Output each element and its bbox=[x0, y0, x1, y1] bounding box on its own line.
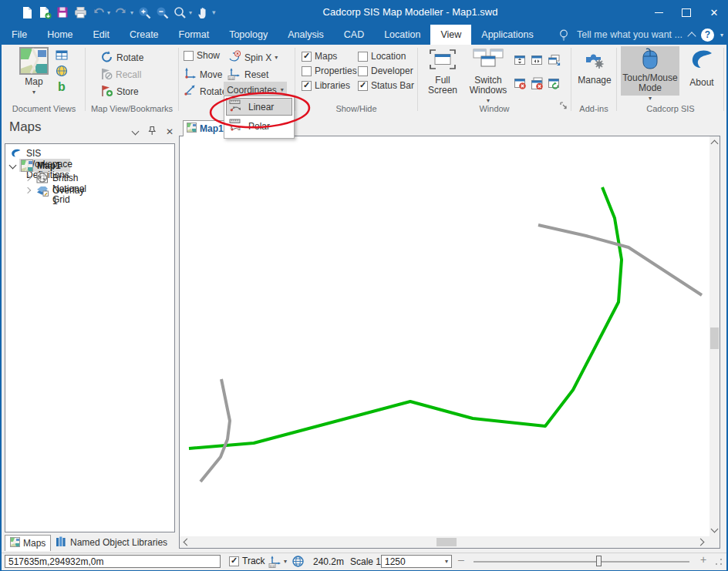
refresh-window-icon[interactable] bbox=[548, 77, 561, 92]
manage-addins-button[interactable]: Manage bbox=[578, 49, 612, 86]
zoom-in-icon[interactable] bbox=[137, 5, 151, 19]
map-document bbox=[179, 136, 720, 549]
checkbox-maps[interactable]: Maps bbox=[302, 51, 337, 62]
horizontal-scrollbar[interactable] bbox=[180, 536, 709, 548]
svg-text:0.0: 0.0 bbox=[270, 564, 275, 568]
checkbox-location[interactable]: Location bbox=[358, 51, 406, 62]
tab-analysis[interactable]: Analysis bbox=[278, 25, 334, 45]
store-button[interactable]: Store bbox=[100, 84, 139, 99]
recall-button[interactable]: Recall bbox=[100, 67, 141, 82]
map-icon bbox=[19, 47, 49, 77]
map-document-tab[interactable]: Map1 bbox=[183, 120, 226, 136]
checkbox-status-bar[interactable]: Status Bar bbox=[358, 80, 414, 91]
vertical-scrollbar[interactable] bbox=[709, 136, 720, 536]
checkbox-libraries[interactable]: Libraries bbox=[302, 80, 350, 91]
world-view-icon[interactable] bbox=[56, 65, 68, 79]
tab-location[interactable]: Location bbox=[374, 25, 430, 45]
help-icon[interactable]: ? bbox=[701, 29, 714, 42]
qat-overflow-icon[interactable]: ▾ bbox=[212, 8, 216, 16]
panel-menu-icon[interactable] bbox=[132, 127, 140, 135]
panel-close-icon[interactable]: ✕ bbox=[166, 126, 174, 137]
group-show-hide: Maps Properties Libraries Location Devel… bbox=[295, 45, 417, 115]
new-document-icon[interactable] bbox=[20, 5, 34, 19]
tab-create[interactable]: Create bbox=[120, 25, 169, 45]
full-screen-button[interactable]: Full Screen bbox=[423, 48, 463, 96]
expander-closed-icon[interactable] bbox=[25, 187, 31, 193]
tell-me-box[interactable]: Tell me what you want ... bbox=[577, 29, 682, 40]
group-map-view-bookmarks: Rotate Recall Store Map View/Bookmarks bbox=[86, 45, 177, 115]
maximize-button[interactable] bbox=[672, 0, 700, 25]
minimize-button[interactable] bbox=[645, 0, 672, 25]
track-axes-icon[interactable]: 0.0 bbox=[268, 555, 282, 570]
close-button[interactable]: ✕ bbox=[700, 0, 728, 25]
projection-globe-icon[interactable] bbox=[292, 555, 305, 570]
zoom-slider-track[interactable] bbox=[474, 561, 689, 563]
show-checkbox[interactable]: Show bbox=[184, 50, 220, 61]
zoom-search-icon[interactable] bbox=[173, 5, 187, 19]
print-icon[interactable] bbox=[73, 5, 87, 19]
group-window: Full Screen Switch Windows ▾ Window bbox=[418, 45, 571, 115]
tab-view[interactable]: View bbox=[430, 25, 471, 45]
switch-windows-button[interactable]: Switch Windows ▾ bbox=[464, 48, 512, 106]
tab-edit[interactable]: Edit bbox=[83, 25, 120, 45]
pin-icon[interactable] bbox=[147, 125, 157, 139]
help-dropdown-arrow-icon[interactable]: ▾ bbox=[720, 32, 723, 39]
menu-item-linear[interactable]: x Linear bbox=[226, 98, 292, 116]
scroll-up-icon[interactable] bbox=[711, 140, 719, 148]
recall-flag-icon bbox=[100, 67, 113, 82]
redo-dropdown-arrow-icon[interactable]: ▾ bbox=[130, 9, 133, 16]
zoom-slider-handle[interactable] bbox=[596, 556, 602, 566]
move-button[interactable]: Move bbox=[184, 67, 222, 82]
scale-combobox[interactable]: 1250▾ bbox=[381, 555, 452, 568]
zoom-minus-icon[interactable]: – bbox=[458, 553, 464, 566]
checkbox-developer[interactable]: Developer bbox=[358, 65, 413, 76]
scroll-left-icon[interactable] bbox=[184, 539, 191, 546]
pan-hand-icon[interactable] bbox=[196, 5, 210, 19]
track-checkbox[interactable]: Track bbox=[229, 556, 265, 566]
tab-format[interactable]: Format bbox=[169, 25, 220, 45]
redo-icon[interactable] bbox=[114, 5, 128, 19]
tab-topology[interactable]: Topology bbox=[219, 25, 278, 45]
horizontal-scroll-thumb[interactable] bbox=[436, 538, 457, 546]
split-horizontal-icon[interactable] bbox=[514, 54, 527, 69]
track-dropdown-arrow-icon[interactable]: ▾ bbox=[284, 558, 287, 565]
collapse-ribbon-icon[interactable] bbox=[687, 32, 696, 40]
cascade-windows-icon[interactable] bbox=[548, 54, 561, 69]
map-button[interactable]: Map ▾ bbox=[15, 47, 52, 97]
zoom-plus-icon[interactable]: + bbox=[700, 553, 706, 566]
checkbox-properties[interactable]: Properties bbox=[302, 65, 357, 76]
panel-tab-named-object-libraries[interactable]: Named Object Libraries bbox=[51, 535, 172, 550]
undo-dropdown-arrow-icon[interactable]: ▾ bbox=[107, 9, 110, 16]
panel-tab-maps[interactable]: Maps bbox=[5, 535, 51, 551]
scroll-right-icon[interactable] bbox=[697, 539, 705, 546]
expander-open-icon[interactable] bbox=[9, 162, 17, 170]
menu-item-polar[interactable]: xα Polar bbox=[226, 117, 292, 135]
spin-x-button[interactable]: Spin X▾ bbox=[228, 50, 278, 65]
rotate-view-button[interactable]: Rotate bbox=[100, 50, 143, 65]
tab-file[interactable]: File bbox=[2, 25, 37, 45]
tab-home[interactable]: Home bbox=[37, 25, 83, 45]
vertical-scroll-thumb[interactable] bbox=[710, 327, 719, 349]
split-vertical-icon[interactable] bbox=[531, 54, 544, 69]
undo-icon[interactable] bbox=[91, 5, 105, 19]
zoom-dropdown-arrow-icon[interactable]: ▾ bbox=[189, 9, 192, 16]
map-canvas-svg[interactable] bbox=[180, 136, 709, 536]
import-document-icon[interactable] bbox=[38, 5, 52, 19]
zoom-out-icon[interactable] bbox=[155, 5, 169, 19]
tab-cad[interactable]: CAD bbox=[334, 25, 374, 45]
coordinates-input[interactable] bbox=[5, 555, 221, 568]
map-line-green_route bbox=[189, 187, 622, 448]
close-all-windows-icon[interactable] bbox=[531, 77, 544, 92]
about-button[interactable]: About bbox=[684, 48, 720, 88]
close-window-icon[interactable] bbox=[514, 77, 527, 92]
window-view-icon[interactable] bbox=[56, 49, 69, 64]
bing-maps-icon[interactable]: b bbox=[57, 80, 68, 95]
save-icon[interactable] bbox=[56, 5, 69, 19]
touch-mouse-mode-button[interactable]: Touch/Mouse Mode ▾ bbox=[621, 46, 679, 96]
rotate-button[interactable]: Rotate bbox=[184, 84, 227, 99]
reset-button[interactable]: 0.0 Reset bbox=[228, 67, 268, 82]
scroll-down-icon[interactable] bbox=[711, 526, 719, 533]
switch-windows-icon bbox=[472, 48, 504, 73]
mouse-icon bbox=[641, 48, 659, 72]
tab-applications[interactable]: Applications bbox=[471, 25, 543, 45]
